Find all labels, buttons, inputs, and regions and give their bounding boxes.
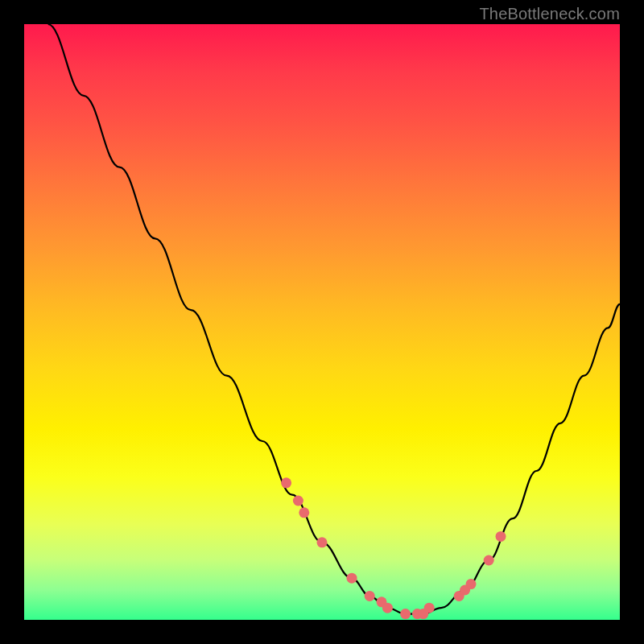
marker-point	[365, 591, 375, 601]
marker-point	[347, 573, 357, 584]
plot-area	[24, 24, 620, 620]
marker-point	[484, 555, 494, 566]
marker-point	[317, 537, 328, 547]
bottleneck-curve	[48, 24, 620, 614]
marker-point	[281, 477, 291, 488]
marker-point	[466, 579, 477, 589]
marker-point	[293, 496, 303, 506]
chart-frame: TheBottleneck.com	[0, 0, 644, 644]
chart-svg	[24, 24, 620, 620]
marker-point	[496, 531, 506, 542]
marker-point	[400, 609, 411, 619]
marker-point	[299, 507, 309, 518]
marker-point	[382, 603, 393, 613]
attribution-label: TheBottleneck.com	[479, 5, 620, 23]
highlight-markers	[281, 477, 506, 619]
marker-point	[424, 603, 435, 613]
